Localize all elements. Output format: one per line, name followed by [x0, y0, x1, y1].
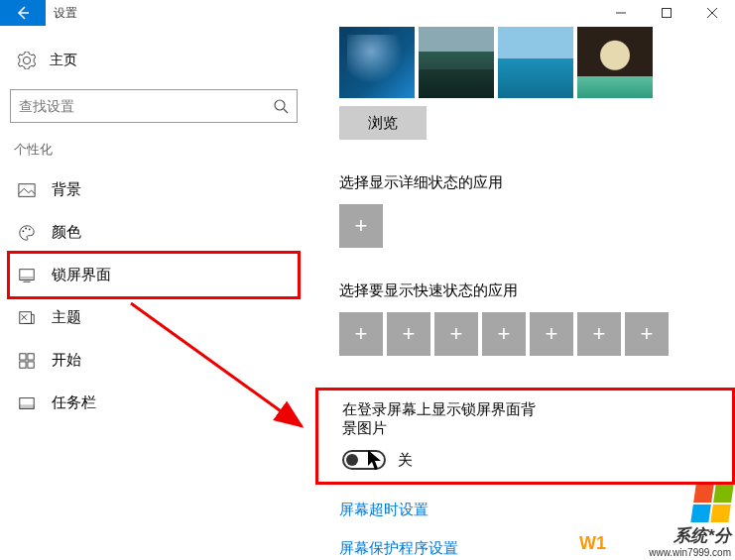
add-app-tile[interactable]: + — [339, 204, 383, 248]
svg-rect-10 — [28, 353, 34, 359]
picture-icon — [18, 181, 36, 199]
detail-app-heading: 选择显示详细状态的应用 — [339, 173, 735, 192]
sidebar-item-label: 任务栏 — [52, 393, 96, 412]
svg-point-1 — [275, 100, 285, 110]
svg-point-5 — [29, 228, 31, 230]
sidebar-item-label: 锁屏界面 — [52, 266, 111, 284]
search-box[interactable] — [10, 89, 298, 123]
sidebar-home-label: 主页 — [50, 52, 77, 69]
detail-app-row: + — [339, 204, 735, 248]
thumbnail-image[interactable] — [498, 27, 573, 98]
thumbnail-row — [339, 27, 735, 98]
palette-icon — [18, 224, 36, 242]
close-button[interactable] — [689, 0, 735, 26]
plus-icon: + — [593, 321, 606, 347]
thumbnail-image[interactable] — [577, 27, 653, 98]
browse-button[interactable]: 浏览 — [339, 106, 427, 140]
add-app-tile[interactable]: + — [625, 312, 669, 356]
plus-icon: + — [355, 321, 368, 347]
titlebar: 设置 — [0, 0, 735, 26]
sidebar-item-lockscreen[interactable]: 锁屏界面 — [10, 254, 298, 296]
svg-point-3 — [23, 230, 25, 232]
close-icon — [706, 7, 718, 19]
svg-point-4 — [25, 227, 27, 229]
watermark-stub: W1 — [579, 533, 606, 554]
minimize-icon — [615, 7, 627, 19]
add-app-tile[interactable]: + — [530, 312, 573, 356]
sidebar: 主页 个性化 背景 颜色 锁屏界面 主题 开始 — [0, 26, 307, 560]
add-app-tile[interactable]: + — [339, 312, 383, 356]
sidebar-item-label: 开始 — [52, 351, 81, 370]
minimize-button[interactable] — [598, 0, 644, 26]
gear-icon — [18, 52, 36, 69]
add-app-tile[interactable]: + — [482, 312, 526, 356]
start-icon — [18, 352, 36, 370]
sidebar-item-colors[interactable]: 颜色 — [10, 211, 298, 254]
lockscreen-icon — [18, 267, 36, 284]
back-button[interactable] — [0, 0, 46, 26]
main-panel: 浏览 选择显示详细状态的应用 + 选择要显示快速状态的应用 + + + + + … — [307, 26, 735, 560]
quick-app-row: + + + + + + + — [339, 312, 735, 356]
svg-rect-12 — [28, 361, 34, 367]
thumbnail-image[interactable] — [339, 27, 415, 98]
sidebar-item-taskbar[interactable]: 任务栏 — [10, 382, 298, 424]
toggle-highlight: 在登录屏幕上显示锁屏界面背景图片 关 — [315, 388, 735, 485]
svg-rect-7 — [21, 276, 34, 279]
plus-icon: + — [498, 321, 511, 347]
svg-rect-14 — [20, 404, 34, 408]
thumbnail-image[interactable] — [419, 27, 494, 98]
add-app-tile[interactable]: + — [387, 312, 430, 356]
svg-rect-11 — [20, 361, 26, 367]
sidebar-item-start[interactable]: 开始 — [10, 339, 298, 382]
plus-icon: + — [403, 321, 416, 347]
add-app-tile[interactable]: + — [577, 312, 621, 356]
svg-rect-0 — [663, 9, 672, 18]
maximize-icon — [661, 7, 673, 19]
sidebar-item-themes[interactable]: 主题 — [10, 296, 298, 339]
maximize-button[interactable] — [644, 0, 689, 26]
toggle-state: 关 — [398, 451, 413, 470]
window-title: 设置 — [46, 5, 85, 22]
sidebar-section-label: 个性化 — [10, 141, 298, 168]
sidebar-item-background[interactable]: 背景 — [10, 168, 298, 211]
add-app-tile[interactable]: + — [434, 312, 478, 356]
plus-icon: + — [641, 321, 654, 347]
svg-rect-2 — [19, 183, 35, 196]
toggle-label: 在登录屏幕上显示锁屏界面背景图片 — [342, 400, 546, 438]
arrow-left-icon — [15, 5, 31, 21]
plus-icon: + — [450, 321, 463, 347]
search-icon — [273, 98, 289, 114]
sidebar-home[interactable]: 主页 — [10, 42, 298, 79]
theme-icon — [18, 309, 36, 327]
plus-icon: + — [546, 321, 558, 347]
toggle-switch[interactable] — [342, 450, 386, 470]
watermark-url: www.win7999.com — [649, 547, 731, 558]
watermark-logo-icon — [690, 485, 733, 522]
plus-icon: + — [355, 213, 368, 239]
svg-rect-9 — [20, 353, 26, 359]
sidebar-item-label: 主题 — [52, 308, 81, 327]
watermark: 系统*分 www.win7999.com — [649, 485, 731, 558]
sidebar-item-label: 颜色 — [52, 223, 81, 242]
sidebar-item-label: 背景 — [52, 180, 81, 199]
taskbar-icon — [18, 394, 36, 412]
watermark-brand: 系统*分 — [674, 524, 731, 547]
svg-rect-8 — [20, 311, 32, 323]
quick-app-heading: 选择要显示快速状态的应用 — [339, 281, 735, 300]
search-input[interactable] — [19, 98, 273, 114]
